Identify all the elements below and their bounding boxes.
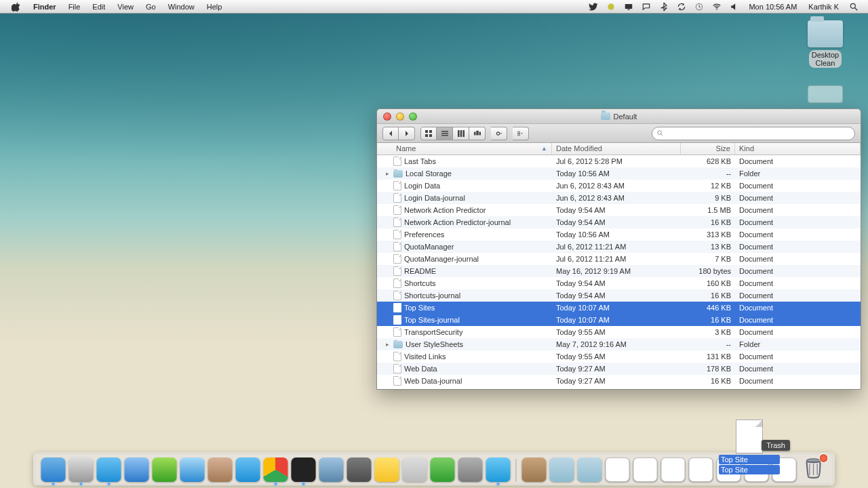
table-row[interactable]: ▸READMEMay 16, 2012 9:19 AM180 bytesDocu… [377,265,861,277]
minimize-button[interactable] [396,113,404,121]
drag-label: Top Site [719,465,780,474]
menu-file[interactable]: File [62,0,87,14]
desktop-folder-clean[interactable]: DesktopClean [802,20,849,68]
table-row[interactable]: ▸Web DataToday 9:27 AM178 KBDocument [377,363,861,375]
file-list[interactable]: ▸Last TabsJul 6, 2012 5:28 PM628 KBDocum… [377,155,861,389]
spotlight-icon[interactable] [845,0,863,14]
wifi-icon[interactable] [708,0,726,14]
dock-stack-folder2[interactable] [578,458,602,482]
table-row[interactable]: ▸Shortcuts-journalToday 9:54 AM16 KBDocu… [377,289,861,302]
dock-trash[interactable] [800,455,827,482]
file-size: 1.5 MB [681,206,735,214]
table-row[interactable]: ▸Network Action PredictorToday 9:54 AM1.… [377,204,861,216]
dock-stack-doc4[interactable] [689,458,713,482]
dock-app-appstore[interactable] [180,458,205,482]
view-coverflow-button[interactable] [469,127,486,140]
file-name: Top Sites [404,304,435,312]
table-row[interactable]: ▸Top Sites-journalToday 10:07 AM16 KBDoc… [377,314,861,326]
dock-stack-folder[interactable] [550,458,574,482]
dock-app-settings[interactable] [347,458,372,482]
table-row[interactable]: ▸Last TabsJul 6, 2012 5:28 PM628 KBDocum… [377,155,861,167]
disclosure-triangle-icon[interactable]: ▸ [384,170,391,177]
back-button[interactable] [382,127,399,140]
dock-app-finder[interactable] [41,458,66,482]
status-dot-icon[interactable] [602,0,620,14]
apple-menu[interactable] [5,0,27,14]
timemachine-icon[interactable] [690,0,708,14]
generic-icon [808,85,843,103]
table-row[interactable]: ▸Login DataJun 6, 2012 8:43 AM12 KBDocum… [377,180,861,192]
table-row[interactable]: ▸QuotaManagerJul 6, 2012 11:21 AM13 KBDo… [377,241,861,253]
file-kind: Document [735,255,861,263]
dock-app-itunes[interactable] [125,458,149,482]
menu-edit[interactable]: Edit [86,0,111,14]
volume-icon[interactable] [726,0,743,14]
search-input[interactable] [667,129,850,138]
bluetooth-icon[interactable] [655,0,673,14]
disclosure-triangle-icon[interactable]: ▸ [384,341,391,348]
view-list-button[interactable] [437,127,453,140]
file-name: Login Data [404,182,440,190]
table-row[interactable]: ▸ShortcutsToday 9:54 AM160 KBDocument [377,277,861,289]
menu-help[interactable]: Help [201,0,229,14]
finder-window[interactable]: Default Name▲ Date Modified Size Kind ▸L… [376,108,861,390]
table-row[interactable]: ▸Network Action Predictor-journalToday 9… [377,216,861,228]
col-name-header[interactable]: Name▲ [377,143,552,155]
sync-icon[interactable] [673,0,690,14]
view-icon-button[interactable] [420,127,437,140]
file-date: Jun 6, 2012 8:43 AM [552,194,681,202]
dock-app-spotify[interactable] [153,458,177,482]
dock-stack-doc3[interactable] [661,458,686,482]
dock-app-activity[interactable] [292,458,316,482]
menubar-clock[interactable]: Mon 10:56 AM [743,0,802,14]
dock-app-safari[interactable] [236,458,260,482]
search-field[interactable] [652,127,855,140]
document-icon [736,420,763,453]
dock-app-excel[interactable] [431,458,455,482]
menu-go[interactable]: Go [140,0,162,14]
dock-app-sketch[interactable] [403,458,427,482]
desktop-item-2[interactable] [802,85,849,103]
dock-stack-doc2[interactable] [633,458,658,482]
view-column-button[interactable] [453,127,469,140]
dock-app-stickies[interactable] [375,458,399,482]
table-row[interactable]: ▸Local StorageToday 10:56 AM--Folder [377,167,861,180]
dock-app-twitter[interactable] [97,458,121,482]
col-size-header[interactable]: Size [681,143,735,155]
table-row[interactable]: ▸TransportSecurityToday 9:55 AM3 KBDocum… [377,326,861,338]
dock-app-tweetbot[interactable] [486,458,511,482]
dock-app-mail[interactable] [208,458,233,482]
action-button[interactable] [491,127,507,140]
menu-window[interactable]: Window [162,0,201,14]
table-row[interactable]: ▸User StyleSheetsMay 7, 2012 9:16 AM--Fo… [377,338,861,350]
forward-button[interactable] [399,127,415,140]
table-row[interactable]: ▸Web Data-journalToday 9:27 AM16 KBDocum… [377,375,861,387]
dock-app-chrome[interactable] [264,458,288,482]
svg-rect-12 [441,133,448,134]
dock-app-sysprefs[interactable] [458,458,483,482]
zoom-button[interactable] [409,113,417,121]
col-kind-header[interactable]: Kind [735,143,861,155]
dock-app-quicktime[interactable] [319,458,344,482]
window-titlebar[interactable]: Default [377,109,861,124]
chat-menulet-icon[interactable] [637,0,655,14]
menubar-user[interactable]: Karthik K [802,0,845,14]
arrange-button[interactable] [513,127,529,140]
twitter-menulet-icon[interactable] [585,0,602,14]
close-button[interactable] [383,113,391,121]
menu-view[interactable]: View [111,0,140,14]
app-name[interactable]: Finder [27,0,62,14]
col-date-header[interactable]: Date Modified [552,143,681,155]
table-row[interactable]: ▸PreferencesToday 10:56 AM313 KBDocument [377,228,861,241]
table-row[interactable]: ▸Top SitesToday 10:07 AM446 KBDocument [377,302,861,314]
table-row[interactable]: ▸Visited LinksToday 9:55 AM131 KBDocumen… [377,350,861,363]
file-size: -- [681,169,735,178]
document-icon [393,352,401,361]
dock-stack-doc1[interactable] [606,458,630,482]
dock-stack-box[interactable] [522,458,547,482]
file-kind: Document [735,377,861,385]
display-menulet-icon[interactable] [620,0,637,14]
table-row[interactable]: ▸QuotaManager-journalJul 6, 2012 11:21 A… [377,253,861,265]
table-row[interactable]: ▸Login Data-journalJun 6, 2012 8:43 AM9 … [377,192,861,204]
dock-app-screenflow[interactable] [69,458,94,482]
